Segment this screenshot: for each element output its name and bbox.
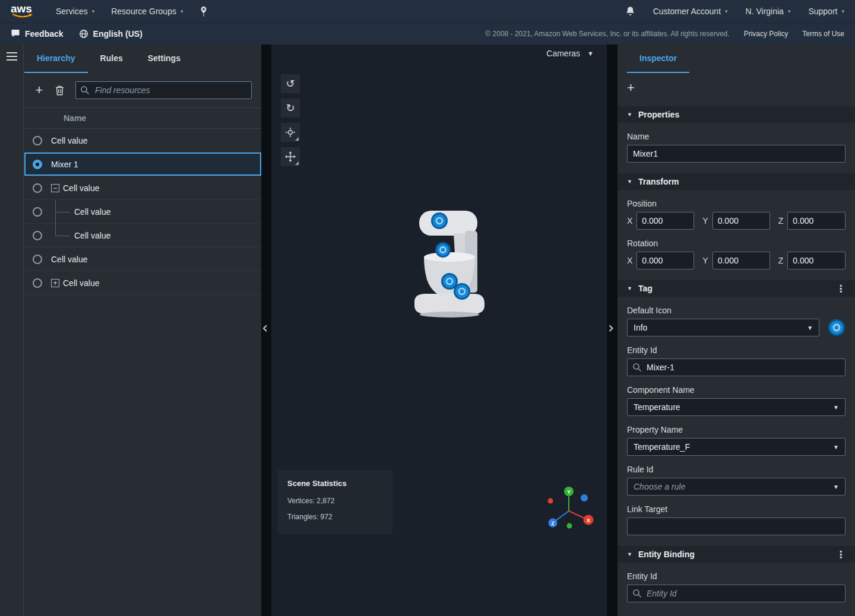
- tree-row[interactable]: Cell value: [24, 247, 261, 271]
- rule-id-placeholder: Choose a rule: [634, 482, 685, 491]
- tag-anchor[interactable]: [432, 214, 447, 228]
- position-z-input[interactable]: [787, 212, 846, 230]
- tab-inspector[interactable]: Inspector: [627, 45, 689, 73]
- language-selector[interactable]: English (US): [79, 29, 142, 39]
- svg-text:Z: Z: [551, 520, 555, 526]
- gizmo-z-axis[interactable]: Z: [549, 519, 558, 528]
- tag-anchor[interactable]: [442, 274, 457, 289]
- tag-options-kebab-icon[interactable]: ⋮: [836, 283, 846, 294]
- name-input[interactable]: [627, 145, 846, 163]
- tag-anchor[interactable]: [455, 284, 470, 299]
- rotation-field-label: Rotation: [627, 239, 846, 248]
- resource-groups-menu[interactable]: Resource Groups ▾: [111, 7, 183, 16]
- scene-viewport[interactable]: Cameras ▼ ↺ ↻: [271, 45, 607, 616]
- gizmo-y-axis[interactable]: Y: [564, 487, 574, 496]
- tree-row-mixer-1[interactable]: Mixer 1: [24, 153, 261, 176]
- rotation-x-input[interactable]: [636, 252, 694, 269]
- tag-entity-id-field-label: Entity Id: [627, 345, 846, 355]
- feedback-label: Feedback: [25, 29, 64, 39]
- rule-id-field-label: Rule Id: [627, 465, 846, 474]
- tree-row[interactable]: Cell value: [24, 129, 261, 153]
- radio-button[interactable]: [33, 183, 42, 193]
- undo-button[interactable]: ↺: [281, 74, 300, 93]
- rotation-y-input[interactable]: [712, 252, 770, 269]
- collapse-left-panel-arrow[interactable]: ‹: [262, 321, 268, 334]
- radio-button[interactable]: [33, 255, 42, 264]
- services-menu-label: Services: [56, 7, 88, 16]
- search-input[interactable]: [75, 81, 252, 99]
- radio-button[interactable]: [33, 231, 42, 240]
- tab-hierarchy[interactable]: Hierarchy: [24, 45, 88, 73]
- radio-button[interactable]: [33, 136, 42, 145]
- radio-button[interactable]: [33, 278, 42, 288]
- add-tag-tool-button[interactable]: [281, 123, 300, 142]
- tag-anchor[interactable]: [436, 243, 450, 257]
- feedback-link[interactable]: Feedback: [11, 29, 64, 39]
- cameras-dropdown[interactable]: Cameras ▼: [546, 49, 594, 58]
- triangle-down-icon: ▼: [627, 551, 632, 557]
- properties-section-header[interactable]: ▼ Properties: [618, 106, 855, 123]
- property-name-select[interactable]: Temperature_F ▼: [627, 438, 846, 456]
- rotation-z-input[interactable]: [787, 252, 846, 269]
- services-menu[interactable]: Services ▾: [56, 7, 94, 16]
- hierarchy-tabs: Hierarchy Rules Settings: [24, 45, 261, 73]
- aws-console-header: aws Services ▾ Resource Groups ▾: [0, 0, 855, 45]
- privacy-policy-link[interactable]: Privacy Policy: [744, 30, 788, 38]
- inspector-tabs: Inspector: [618, 45, 855, 73]
- gizmo-x-axis[interactable]: X: [584, 515, 594, 525]
- transform-section-header[interactable]: ▼ Transform: [618, 173, 855, 190]
- mixer-3d-model[interactable]: [407, 206, 490, 319]
- aws-smile-icon: [12, 13, 34, 19]
- gizmo-neg-x-axis[interactable]: [548, 498, 553, 504]
- delete-resource-button[interactable]: [49, 80, 69, 100]
- position-y-input[interactable]: [712, 212, 770, 230]
- move-tool-button[interactable]: [281, 147, 300, 166]
- scene-statistics-title: Scene Statistics: [287, 479, 383, 488]
- pin-icon[interactable]: [200, 7, 208, 17]
- radio-button-checked[interactable]: [33, 160, 42, 169]
- radio-button[interactable]: [33, 207, 42, 217]
- add-component-button[interactable]: +: [627, 80, 635, 96]
- tag-section-header[interactable]: ▼ Tag ⋮: [618, 280, 855, 297]
- chevron-down-icon: ▾: [180, 8, 183, 14]
- info-tag-icon: [828, 319, 846, 336]
- add-resource-button[interactable]: +: [29, 80, 49, 100]
- notifications-bell-icon[interactable]: [625, 6, 635, 17]
- gizmo-neg-z-axis[interactable]: [581, 494, 588, 501]
- expand-expander-icon[interactable]: +: [51, 279, 59, 287]
- default-icon-select[interactable]: Info ▼: [627, 319, 819, 336]
- entity-binding-section-header[interactable]: ▼ Entity Binding ⋮: [618, 546, 855, 563]
- tag-entity-id-input[interactable]: [627, 358, 846, 376]
- aws-logo[interactable]: aws: [11, 2, 39, 20]
- support-menu[interactable]: Support ▾: [808, 7, 844, 16]
- tree-row-child[interactable]: Cell value: [24, 224, 261, 247]
- tab-rules[interactable]: Rules: [88, 45, 135, 73]
- binding-entity-id-input[interactable]: [627, 585, 846, 602]
- tab-settings[interactable]: Settings: [135, 45, 193, 73]
- rule-id-select[interactable]: Choose a rule ▼: [627, 478, 846, 496]
- transform-section-title: Transform: [638, 177, 679, 186]
- tree-row-label: Cell value: [74, 207, 110, 217]
- triangle-down-icon: ▼: [627, 112, 632, 118]
- gizmo-neg-y-axis[interactable]: [567, 523, 572, 529]
- position-field-label: Position: [627, 199, 846, 208]
- scene-statistics-panel: Scene Statistics Vertices: 2,872 Triangl…: [278, 470, 392, 534]
- tree-row[interactable]: + Cell value: [24, 271, 261, 295]
- link-target-input[interactable]: [627, 517, 846, 535]
- svg-text:X: X: [587, 517, 590, 523]
- hierarchy-panel: Hierarchy Rules Settings +: [0, 45, 261, 616]
- axis-z-label: Z: [778, 216, 784, 226]
- terms-of-use-link[interactable]: Terms of Use: [802, 30, 844, 38]
- hamburger-menu-icon[interactable]: [7, 52, 17, 61]
- position-x-input[interactable]: [636, 212, 694, 230]
- collapse-expander-icon[interactable]: −: [51, 184, 59, 192]
- collapse-right-panel-arrow[interactable]: ›: [608, 321, 614, 334]
- region-menu[interactable]: N. Virginia ▾: [746, 7, 791, 16]
- redo-button[interactable]: ↻: [281, 99, 300, 118]
- component-name-select[interactable]: Temperature ▼: [627, 398, 846, 416]
- axis-gizmo[interactable]: Y X Z: [542, 484, 596, 532]
- tree-row-child[interactable]: Cell value: [24, 200, 261, 224]
- entity-binding-options-kebab-icon[interactable]: ⋮: [836, 549, 846, 560]
- account-menu[interactable]: Customer Account ▾: [653, 7, 728, 16]
- tree-row[interactable]: − Cell value: [24, 176, 261, 200]
